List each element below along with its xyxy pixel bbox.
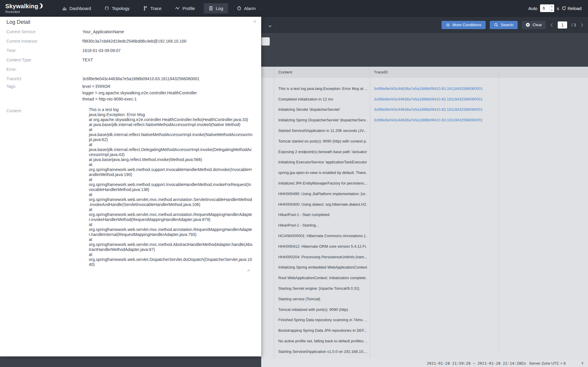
brand-title: Skywalking bbox=[5, 3, 38, 9]
trace-id-link[interactable]: 3c6f8e9e043c44638a7e5a1886b09410.63.1611… bbox=[374, 118, 483, 122]
log-content-cell[interactable]: Tomcat started on port(s): 9090 (http) w… bbox=[278, 139, 367, 143]
field-current-service: Current Service: Your_ApplicationName bbox=[0, 27, 261, 36]
close-icon[interactable]: × bbox=[253, 19, 256, 24]
stepper-up-icon[interactable] bbox=[550, 4, 554, 8]
brand-logo[interactable]: Skywalking Rocketbot bbox=[0, 3, 43, 14]
log-content-cell[interactable]: HCANN000001: Hibernate Commons Annotatio… bbox=[278, 234, 367, 238]
topology-icon bbox=[104, 6, 109, 11]
zone-stepper bbox=[582, 362, 583, 365]
trace-id-link[interactable]: 3c6f8e9e043c44638a7e5a1886b09410.63.1611… bbox=[374, 86, 483, 91]
chevron-left-icon[interactable] bbox=[550, 23, 554, 27]
alarm-icon bbox=[237, 6, 241, 11]
log-content-cell[interactable]: Starting Service0Application v1.0.0 on 1… bbox=[278, 349, 367, 353]
stepper-down-icon[interactable] bbox=[582, 363, 583, 365]
field-time: Time: 1618-01-03 09:09:07 bbox=[0, 46, 261, 55]
field-label: Content: bbox=[6, 108, 22, 113]
log-detail-fields: Current Service: Your_ApplicationName Cu… bbox=[0, 27, 261, 103]
main-menu: Dashboard Topology Trace bbox=[57, 3, 260, 14]
field-value: f9830c3a7cbd42d19edc2546bdd6c4eb@192.168… bbox=[82, 39, 186, 43]
modal-title: Log Detail bbox=[6, 19, 30, 25]
field-value: 1618-01-03 09:09:07 bbox=[82, 48, 121, 53]
more-conditions-label: More Conditions bbox=[452, 23, 481, 27]
crescent-moon-icon bbox=[39, 3, 43, 10]
search-button[interactable]: Search bbox=[490, 21, 518, 29]
log-content-cell[interactable]: Initializing Servlet 'dispatcherServlet' bbox=[278, 107, 340, 112]
log-content-cell[interactable]: HHH000400: Using dialect: org.hibernate.… bbox=[278, 202, 367, 206]
dashboard-icon bbox=[62, 6, 67, 11]
field-label: Tags: bbox=[0, 83, 82, 90]
nav-item-alarm[interactable]: Alarm bbox=[232, 3, 260, 14]
log-content-cell[interactable]: Tomcat initialized with port(s): 9090 (h… bbox=[278, 307, 348, 311]
log-content-cell[interactable]: Initializing ExecutorService 'applicatio… bbox=[278, 160, 367, 164]
partially-hidden-control[interactable] bbox=[261, 37, 270, 46]
reload-button[interactable]: Reload bbox=[562, 6, 582, 11]
language-selector[interactable]: En bbox=[521, 361, 526, 365]
log-content-cell[interactable]: Bootstrapping Spring Data JPA repositori… bbox=[278, 328, 367, 333]
search-label: Search bbox=[501, 23, 513, 27]
field-value: 3c6f8e9e043c44638a7e5a1886b09410.63.1611… bbox=[82, 76, 199, 81]
profile-icon bbox=[175, 6, 180, 11]
footer-bar: 2021-01-28 21:59:28 ~ 2021-01-28 22:14:2… bbox=[261, 359, 588, 367]
trace-id-link[interactable]: 3c6f8e9e043c44638a7e5a1886b09410.63.1611… bbox=[374, 97, 483, 101]
time-range-picker[interactable]: 2021-01-28 21:59:28 ~ 2021-01-28 22:14:2… bbox=[427, 361, 521, 365]
auto-unit-label: s bbox=[557, 6, 559, 11]
nav-item-log[interactable]: Log bbox=[204, 3, 228, 14]
log-content-cell[interactable]: Initializing Spring embedded WebApplicat… bbox=[278, 265, 367, 269]
nav-item-topology[interactable]: Topology bbox=[100, 3, 134, 14]
log-content-cell[interactable]: Completed initialization in 12 ms bbox=[278, 97, 333, 101]
search-icon bbox=[494, 23, 498, 27]
field-label: Content Type: bbox=[0, 58, 82, 62]
stepper-up-icon[interactable] bbox=[582, 362, 583, 363]
field-label: Time: bbox=[0, 48, 82, 53]
column-header-content: Content bbox=[278, 67, 292, 78]
nav-item-profile[interactable]: Profile bbox=[170, 3, 200, 14]
log-content-cell[interactable]: Started Service0Application in 11.206 se… bbox=[278, 128, 367, 133]
top-nav: Skywalking Rocketbot Dashboard bbox=[0, 0, 588, 17]
log-content-cell[interactable]: HHH000204: Processing PersistenceUnitInf… bbox=[278, 254, 367, 259]
log-content-cell[interactable]: HHH000412: Hibernate ORM core version 5.… bbox=[278, 244, 367, 248]
clear-button[interactable]: Clear bbox=[522, 21, 546, 29]
stepper-down-icon[interactable] bbox=[550, 8, 554, 12]
field-value: TEXT bbox=[82, 58, 93, 62]
field-label: Current Instance: bbox=[0, 39, 82, 43]
circle-x-icon bbox=[526, 23, 530, 27]
log-content-textarea[interactable]: This is a test log java.lang.Exception: … bbox=[89, 107, 253, 272]
log-content-cell[interactable]: spring.jpa.open-in-view is enabled by de… bbox=[278, 170, 367, 175]
nav-item-trace[interactable]: Trace bbox=[138, 3, 166, 14]
log-content-cell[interactable]: Exposing 2 endpoint(s) beneath base path… bbox=[278, 149, 367, 154]
tag-value: level = ERROR bbox=[82, 83, 197, 90]
field-tags: Tags: level = ERROR logger = org.apache.… bbox=[0, 83, 261, 103]
more-conditions-button[interactable]: More Conditions bbox=[442, 21, 486, 29]
chevron-down-icon[interactable] bbox=[268, 23, 272, 29]
field-label: TraceID: bbox=[0, 76, 82, 81]
trace-id-link[interactable]: 3c6f8e9e043c44638a7e5a1886b09410.63.1611… bbox=[374, 107, 483, 112]
log-content-cell[interactable]: HikariPool-1 - Start completed. bbox=[278, 212, 330, 217]
tag-value: thread = http-nio-9090-exec-1 bbox=[82, 96, 197, 103]
auto-interval-input[interactable]: 6 bbox=[540, 4, 554, 12]
log-content-cell[interactable]: Starting service [Tomcat] bbox=[278, 296, 320, 301]
nav-item-label: Trace bbox=[150, 6, 161, 11]
nav-item-label: Topology bbox=[112, 6, 129, 11]
log-content-cell[interactable]: Initialized JPA EntityManagerFactory for… bbox=[278, 181, 367, 185]
resize-handle-icon[interactable] bbox=[246, 267, 250, 273]
log-content-cell[interactable]: Starting Servlet engine: [Apache Tomcat/… bbox=[278, 286, 359, 291]
page-number-input[interactable]: 1 bbox=[558, 21, 567, 29]
auto-interval-value[interactable]: 6 bbox=[540, 4, 549, 12]
chevron-right-icon[interactable] bbox=[580, 23, 584, 27]
log-content-cell[interactable]: This is a test log java.lang.Exception: … bbox=[278, 86, 367, 91]
field-error: Error: bbox=[0, 65, 261, 74]
log-content-cell[interactable]: Finished Spring Data repository scanning… bbox=[278, 318, 367, 322]
page-background-patch bbox=[0, 356, 261, 367]
log-content-cell[interactable]: HikariPool-1 - Starting... bbox=[278, 223, 319, 227]
log-content-cell[interactable]: Root WebApplicationContext: initializati… bbox=[278, 276, 367, 280]
gear-icon bbox=[446, 23, 450, 27]
brand-subtitle: Rocketbot bbox=[5, 10, 43, 14]
log-content-cell[interactable]: Initializing Spring DispatcherServlet 'd… bbox=[278, 118, 367, 122]
nav-item-dashboard[interactable]: Dashboard bbox=[57, 3, 96, 14]
log-content-cell[interactable]: HHH000490: Using JtaPlatform implementat… bbox=[278, 191, 367, 196]
field-current-instance: Current Instance: f9830c3a7cbd42d19edc25… bbox=[0, 36, 261, 46]
log-content-cell[interactable]: No active profile set, falling back to d… bbox=[278, 339, 367, 343]
auto-refresh-controls: Auto 6 s Reload bbox=[528, 4, 588, 12]
reload-icon bbox=[562, 6, 566, 11]
field-label: Current Service: bbox=[0, 29, 82, 34]
